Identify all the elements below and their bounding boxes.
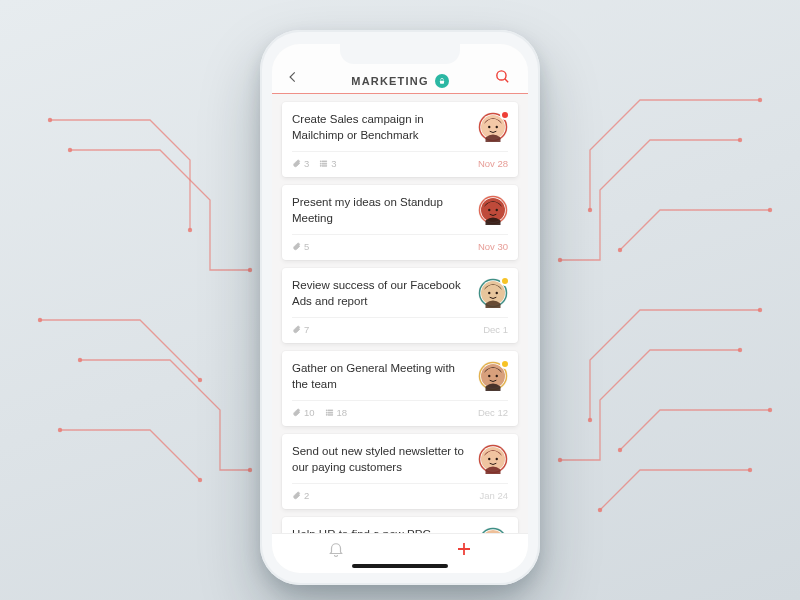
svg-rect-55 (326, 412, 327, 413)
task-title: Gather on General Meeting with the team (292, 361, 470, 392)
attachment-count: 2 (292, 490, 309, 501)
svg-point-20 (768, 408, 772, 412)
svg-point-8 (58, 428, 62, 432)
search-icon (494, 68, 511, 85)
svg-rect-34 (320, 163, 321, 164)
task-card[interactable]: Create Sales campaign in Mailchimp or Be… (282, 102, 518, 177)
svg-point-23 (598, 508, 602, 512)
svg-point-3 (248, 268, 252, 272)
svg-point-47 (496, 292, 498, 294)
svg-point-31 (496, 126, 498, 128)
svg-point-15 (618, 248, 622, 252)
svg-point-12 (738, 138, 742, 142)
task-meta: 7 Dec 1 (292, 317, 508, 335)
attachment-count: 7 (292, 324, 309, 335)
svg-point-11 (588, 208, 592, 212)
svg-point-21 (618, 448, 622, 452)
plus-icon (455, 540, 473, 558)
chevron-left-icon (286, 70, 300, 84)
status-dot (500, 110, 510, 120)
task-card[interactable]: Review success of our Facebook Ads and r… (282, 268, 518, 343)
svg-point-42 (496, 209, 498, 211)
assignee-avatar[interactable] (478, 195, 508, 225)
svg-point-51 (488, 375, 490, 377)
assignee-avatar[interactable] (478, 361, 508, 391)
back-button[interactable] (286, 70, 304, 88)
attachment-count: 3 (292, 158, 309, 169)
svg-point-1 (188, 228, 192, 232)
svg-point-10 (758, 98, 762, 102)
svg-point-25 (497, 71, 506, 80)
search-button[interactable] (494, 68, 514, 88)
svg-point-19 (558, 458, 562, 462)
task-date: Nov 28 (478, 158, 508, 169)
task-title: Review success of our Facebook Ads and r… (292, 278, 470, 309)
attachment-count: 5 (292, 241, 309, 252)
svg-point-7 (248, 468, 252, 472)
lock-badge (435, 74, 449, 88)
svg-point-30 (488, 126, 490, 128)
assignee-avatar[interactable] (478, 444, 508, 474)
notch (340, 44, 460, 64)
svg-point-6 (78, 358, 82, 362)
notifications-button[interactable] (327, 540, 345, 562)
assignee-avatar[interactable] (478, 112, 508, 142)
home-indicator (352, 564, 448, 568)
svg-point-41 (488, 209, 490, 211)
task-date: Nov 30 (478, 241, 508, 252)
task-date: Jan 24 (479, 490, 508, 501)
task-meta: 2 Jan 24 (292, 483, 508, 501)
task-list[interactable]: Create Sales campaign in Mailchimp or Be… (272, 94, 528, 533)
page-title: MARKETING (351, 75, 428, 87)
svg-point-16 (758, 308, 762, 312)
task-card[interactable]: Gather on General Meeting with the team … (282, 351, 518, 426)
task-title: Send out new styled newsletter to our pa… (292, 444, 470, 475)
task-meta: 5 Nov 30 (292, 234, 508, 252)
svg-rect-56 (328, 412, 333, 413)
task-date: Dec 12 (478, 407, 508, 418)
svg-point-9 (198, 478, 202, 482)
task-card[interactable]: Present my ideas on Standup Meeting 5 No… (282, 185, 518, 260)
task-meta: 33 Nov 28 (292, 151, 508, 169)
svg-point-2 (68, 148, 72, 152)
attachment-count: 10 (292, 407, 315, 418)
checklist-count: 3 (319, 158, 336, 169)
svg-point-14 (768, 208, 772, 212)
task-card[interactable]: Help HR to find a new PPC specialist to … (282, 517, 518, 533)
svg-rect-33 (322, 161, 327, 162)
task-title: Present my ideas on Standup Meeting (292, 195, 470, 226)
svg-rect-57 (326, 415, 327, 416)
svg-rect-36 (320, 165, 321, 166)
assignee-avatar[interactable] (478, 278, 508, 308)
svg-rect-53 (326, 410, 327, 411)
svg-point-46 (488, 292, 490, 294)
status-dot (500, 276, 510, 286)
svg-point-0 (48, 118, 52, 122)
svg-rect-35 (322, 163, 327, 164)
svg-point-17 (588, 418, 592, 422)
screen: MARKETING Create Sales campaign in Mailc… (272, 44, 528, 573)
bell-icon (327, 540, 345, 558)
add-task-button[interactable] (455, 540, 473, 562)
svg-point-5 (198, 378, 202, 382)
task-date: Dec 1 (483, 324, 508, 335)
svg-rect-32 (320, 161, 321, 162)
svg-point-13 (558, 258, 562, 262)
svg-rect-37 (322, 165, 327, 166)
svg-point-62 (488, 458, 490, 460)
header-title-wrap: MARKETING (351, 74, 448, 88)
svg-point-4 (38, 318, 42, 322)
svg-point-22 (748, 468, 752, 472)
task-title: Create Sales campaign in Mailchimp or Be… (292, 112, 470, 143)
svg-rect-58 (328, 415, 333, 416)
task-card[interactable]: Send out new styled newsletter to our pa… (282, 434, 518, 509)
svg-point-18 (738, 348, 742, 352)
lock-icon (438, 77, 446, 85)
status-dot (500, 359, 510, 369)
checklist-count: 18 (325, 407, 348, 418)
phone-mockup: MARKETING Create Sales campaign in Mailc… (260, 30, 540, 585)
task-meta: 1018 Dec 12 (292, 400, 508, 418)
svg-point-63 (496, 458, 498, 460)
svg-line-26 (505, 79, 508, 82)
svg-rect-24 (440, 80, 444, 83)
